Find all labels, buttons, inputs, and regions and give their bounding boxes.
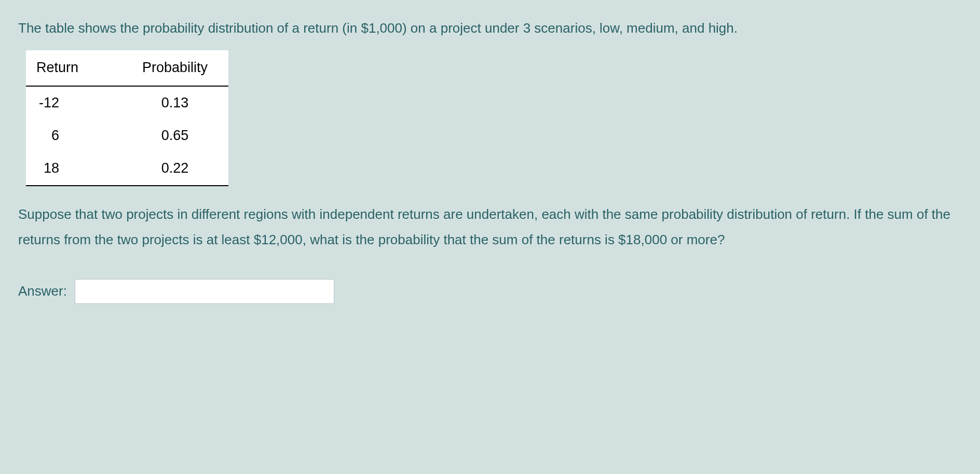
table-cell-probability: 0.22 [116,152,228,185]
table-header-return: Return [26,50,116,86]
table-row: 6 0.65 [26,119,228,152]
table-cell-return: -12 [26,86,116,119]
table-cell-return: 18 [26,152,116,185]
table-row: 18 0.22 [26,152,228,185]
probability-table: Return Probability -12 0.13 6 0.65 18 0.… [26,50,228,186]
question-body-text: Suppose that two projects in different r… [18,202,962,253]
question-intro-text: The table shows the probability distribu… [18,16,962,41]
table-cell-return: 6 [26,119,116,152]
answer-section: Answer: [18,278,962,304]
table-cell-probability: 0.13 [116,86,228,119]
table-header-probability: Probability [116,50,228,86]
table-row: -12 0.13 [26,86,228,119]
answer-label: Answer: [18,278,67,304]
table-header-row: Return Probability [26,50,228,86]
table-cell-probability: 0.65 [116,119,228,152]
answer-input[interactable] [75,279,334,304]
